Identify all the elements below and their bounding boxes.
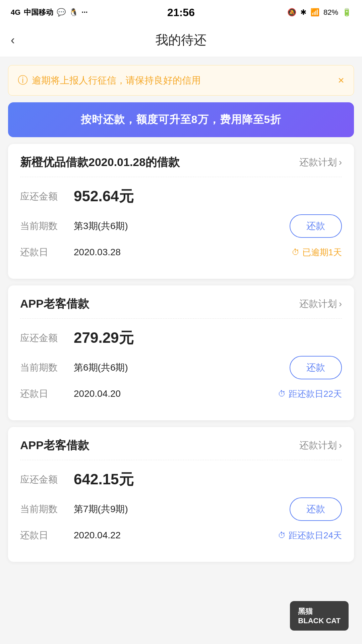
status-left: 4G 中国移动 💬 🐧 ···: [11, 7, 88, 17]
card-header-1: 新橙优品借款2020.01.28的借款 还款计划 ›: [8, 144, 354, 177]
chevron-right-icon-3: ›: [339, 440, 342, 451]
status-time: 21:56: [167, 6, 195, 19]
repay-plan-label-3: 还款计划: [299, 439, 337, 452]
page-title: 我的待还: [156, 32, 206, 49]
signal-icon: 4G: [11, 8, 20, 17]
clock-icon-1: ⏱: [292, 248, 300, 257]
card-body-2: 应还金额 279.29元 当前期数 第6期(共6期) 还款 还款日 2020.0…: [8, 319, 354, 420]
clock-icon-2: ⏱: [278, 389, 286, 398]
clock-icon-3: ⏱: [278, 531, 286, 540]
message-icon: 💬: [57, 8, 66, 17]
loan-card-1: 新橙优品借款2020.01.28的借款 还款计划 › 应还金额 952.64元 …: [8, 144, 354, 279]
more-icon: ···: [81, 8, 87, 17]
amount-label-3: 应还金额: [20, 473, 74, 486]
date-row-3: 还款日 2020.04.22 ⏱ 距还款日24天: [20, 529, 342, 542]
status-right: 🔕 ✱ 📶 82% 🔋: [287, 8, 351, 17]
back-button[interactable]: ‹: [11, 33, 15, 47]
card-header-3: APP老客借款 还款计划 ›: [8, 427, 354, 460]
amount-label-1: 应还金额: [20, 190, 74, 203]
period-row-1: 当前期数 第3期(共6期) 还款: [20, 214, 342, 238]
overdue-text-1: 已逾期1天: [302, 247, 342, 258]
mute-icon: 🔕: [287, 8, 296, 17]
date-row-1: 还款日 2020.03.28 ⏱ 已逾期1天: [20, 246, 342, 259]
amount-value-1: 952.64元: [74, 186, 342, 206]
status-bar: 4G 中国移动 💬 🐧 ··· 21:56 🔕 ✱ 📶 82% 🔋: [0, 0, 362, 23]
warning-text: ⓘ 逾期将上报人行征信，请保持良好的信用: [18, 73, 201, 87]
card-body-3: 应还金额 642.15元 当前期数 第7期(共9期) 还款 还款日 2020.0…: [8, 460, 354, 562]
amount-value-2: 279.29元: [74, 328, 342, 348]
repay-plan-link-2[interactable]: 还款计划 ›: [299, 298, 342, 310]
amount-value-3: 642.15元: [74, 470, 342, 489]
wifi-icon: 📶: [310, 8, 319, 17]
watermark: 黑猫 BLACK CAT: [290, 601, 349, 631]
days-tag-2: ⏱ 距还款日22天: [278, 388, 342, 400]
repay-plan-label-2: 还款计划: [299, 298, 337, 310]
amount-label-2: 应还金额: [20, 332, 74, 344]
watermark-line2: BLACK CAT: [298, 616, 341, 625]
nav-bar: ‹ 我的待还: [0, 23, 362, 57]
repay-button-2[interactable]: 还款: [290, 356, 342, 379]
loan-title-1: 新橙优品借款2020.01.28的借款: [20, 155, 180, 170]
carrier-name: 中国移动: [24, 7, 53, 17]
date-label-1: 还款日: [20, 246, 74, 259]
period-value-2: 第6期(共6期): [74, 361, 290, 374]
card-body-1: 应还金额 952.64元 当前期数 第3期(共6期) 还款 还款日 2020.0…: [8, 177, 354, 279]
period-row-2: 当前期数 第6期(共6期) 还款: [20, 356, 342, 379]
period-label-3: 当前期数: [20, 503, 74, 516]
card-header-2: APP老客借款 还款计划 ›: [8, 285, 354, 318]
period-value-3: 第7期(共9期): [74, 503, 290, 516]
warning-close-button[interactable]: ×: [338, 74, 344, 87]
period-label-1: 当前期数: [20, 220, 74, 232]
loan-title-3: APP老客借款: [20, 438, 89, 453]
date-row-2: 还款日 2020.04.20 ⏱ 距还款日22天: [20, 387, 342, 400]
period-value-1: 第3期(共6期): [74, 220, 290, 232]
days-text-3: 距还款日24天: [289, 530, 342, 541]
date-value-2: 2020.04.20: [74, 388, 271, 399]
date-label-3: 还款日: [20, 529, 74, 542]
warning-message: 逾期将上报人行征信，请保持良好的信用: [32, 74, 201, 87]
days-text-2: 距还款日22天: [289, 388, 342, 400]
watermark-line1: 黑猫: [298, 606, 341, 616]
amount-row-3: 应还金额 642.15元: [20, 470, 342, 489]
warning-icon: ⓘ: [18, 73, 28, 87]
period-row-3: 当前期数 第7期(共9期) 还款: [20, 497, 342, 521]
warning-banner: ⓘ 逾期将上报人行征信，请保持良好的信用 ×: [8, 65, 354, 96]
date-value-1: 2020.03.28: [74, 247, 285, 258]
period-label-2: 当前期数: [20, 361, 74, 374]
repay-button-1[interactable]: 还款: [290, 214, 342, 238]
repay-plan-link-3[interactable]: 还款计划 ›: [299, 439, 342, 452]
amount-row-2: 应还金额 279.29元: [20, 328, 342, 348]
amount-row-1: 应还金额 952.64元: [20, 186, 342, 206]
promo-banner: 按时还款，额度可升至8万，费用降至5折: [8, 102, 354, 137]
repay-plan-link-1[interactable]: 还款计划 ›: [299, 156, 342, 169]
promo-text: 按时还款，额度可升至8万，费用降至5折: [81, 113, 282, 125]
bluetooth-icon: ✱: [300, 8, 306, 17]
overdue-tag-1: ⏱ 已逾期1天: [292, 247, 342, 258]
date-label-2: 还款日: [20, 387, 74, 400]
chevron-right-icon-2: ›: [339, 299, 342, 309]
battery-icon: 🔋: [342, 8, 351, 17]
days-tag-3: ⏱ 距还款日24天: [278, 530, 342, 541]
loan-card-3: APP老客借款 还款计划 › 应还金额 642.15元 当前期数 第7期(共9期…: [8, 427, 354, 562]
qq-icon: 🐧: [69, 8, 78, 17]
loan-card-2: APP老客借款 还款计划 › 应还金额 279.29元 当前期数 第6期(共6期…: [8, 285, 354, 420]
battery-text: 82%: [323, 8, 338, 17]
date-value-3: 2020.04.22: [74, 530, 271, 541]
repay-button-3[interactable]: 还款: [290, 497, 342, 521]
loan-title-2: APP老客借款: [20, 296, 89, 312]
chevron-right-icon-1: ›: [339, 157, 342, 168]
repay-plan-label-1: 还款计划: [299, 156, 337, 169]
